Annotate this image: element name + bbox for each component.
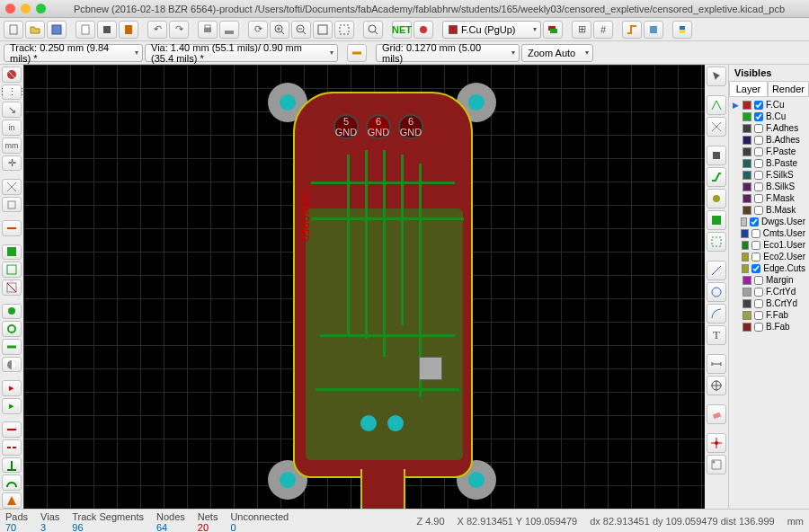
- layer-row[interactable]: B.Cu: [731, 111, 807, 122]
- zoom-fit-button[interactable]: [313, 21, 333, 39]
- auto-delete-track-button[interactable]: [2, 220, 22, 236]
- zone-display-button[interactable]: [2, 244, 22, 261]
- grid-toggle-button[interactable]: ⋮⋮⋮: [2, 84, 22, 101]
- layer-color-swatch[interactable]: [742, 241, 750, 250]
- plot-button[interactable]: [219, 21, 239, 39]
- layer-color-swatch[interactable]: [742, 101, 751, 110]
- layer-color-swatch[interactable]: [742, 299, 751, 308]
- layer-visibility-checkbox[interactable]: [751, 229, 760, 238]
- maximize-icon[interactable]: [36, 4, 46, 13]
- layer-color-swatch[interactable]: [742, 264, 750, 273]
- units-mm-button[interactable]: mm: [2, 137, 22, 154]
- find-button[interactable]: [363, 21, 383, 39]
- layer-visibility-checkbox[interactable]: [754, 159, 763, 168]
- delete-button[interactable]: [707, 404, 726, 424]
- layer-visibility-checkbox[interactable]: [754, 276, 763, 285]
- layer-row[interactable]: F.Mask: [731, 192, 807, 204]
- layer-visibility-checkbox[interactable]: [754, 311, 763, 320]
- layer-visibility-checkbox[interactable]: [754, 101, 763, 110]
- add-via-button[interactable]: [707, 189, 726, 208]
- select-tool-button[interactable]: [707, 66, 726, 86]
- cursor-shape-button[interactable]: ✛: [2, 155, 22, 172]
- layer-color-swatch[interactable]: [742, 112, 751, 121]
- zoom-redraw-button[interactable]: ⟳: [248, 21, 268, 39]
- via-display-button[interactable]: [2, 321, 22, 337]
- layer-visibility-checkbox[interactable]: [754, 171, 763, 180]
- tab-layer[interactable]: Layer: [729, 81, 768, 96]
- layer-visibility-checkbox[interactable]: [750, 217, 759, 226]
- module-editor-button[interactable]: [97, 21, 117, 39]
- scripting-button[interactable]: [672, 21, 692, 39]
- add-zone-button[interactable]: [707, 210, 726, 230]
- track-display-button[interactable]: [2, 339, 22, 355]
- layer-color-swatch[interactable]: [742, 276, 751, 285]
- add-text-button[interactable]: T: [707, 325, 726, 345]
- mw-arc-stub-button[interactable]: [2, 474, 22, 491]
- layer-pair-button[interactable]: [543, 21, 563, 39]
- module-viewer-button[interactable]: [119, 21, 138, 39]
- close-icon[interactable]: [5, 4, 15, 13]
- microwave-arrow-button[interactable]: ▸: [2, 398, 22, 414]
- units-inch-button[interactable]: in: [2, 120, 22, 136]
- layer-row[interactable]: Eco1.User: [731, 239, 807, 251]
- active-layer-selector[interactable]: F.Cu (PgUp): [442, 21, 541, 39]
- set-origin-button[interactable]: [707, 433, 726, 453]
- via-size-selector[interactable]: Via: 1.40 mm (55.1 mils)/ 0.90 mm (35.4 …: [145, 44, 338, 62]
- layers-manager-arrow-button[interactable]: ▸: [2, 380, 22, 396]
- netlist-button[interactable]: NET: [392, 21, 412, 39]
- layer-row[interactable]: B.SilkS: [731, 181, 807, 192]
- layer-color-swatch[interactable]: [742, 136, 751, 145]
- layer-color-swatch[interactable]: [741, 229, 748, 238]
- layer-visibility-checkbox[interactable]: [754, 124, 763, 133]
- undo-button[interactable]: ↶: [147, 21, 167, 39]
- minimize-icon[interactable]: [21, 4, 31, 13]
- pcb-canvas[interactable]: 5GND 6GND 6GND CENSORED: [23, 65, 705, 509]
- layer-row[interactable]: ▶F.Cu: [731, 99, 807, 111]
- mw-gap-button[interactable]: [2, 439, 22, 456]
- layer-visibility-checkbox[interactable]: [754, 136, 763, 145]
- layer-visibility-checkbox[interactable]: [754, 288, 763, 297]
- layer-row[interactable]: F.CrtYd: [731, 286, 807, 297]
- mw-stub-button[interactable]: [2, 457, 22, 474]
- layer-color-swatch[interactable]: [742, 171, 751, 180]
- layer-visibility-checkbox[interactable]: [754, 206, 763, 215]
- add-keepout-button[interactable]: [707, 232, 726, 252]
- mode-footprint-button[interactable]: ⊞: [572, 21, 591, 39]
- mw-line-button[interactable]: [2, 421, 22, 438]
- add-dimension-button[interactable]: [707, 354, 726, 374]
- layer-visibility-checkbox[interactable]: [754, 299, 763, 308]
- mw-poly-button[interactable]: [2, 492, 22, 509]
- grid-selector[interactable]: Grid: 0.1270 mm (5.00 mils): [376, 44, 520, 62]
- layer-row[interactable]: B.Mask: [731, 204, 807, 216]
- layer-row[interactable]: F.SilkS: [731, 169, 807, 181]
- local-ratsnest-button[interactable]: [707, 117, 726, 137]
- add-footprint-button[interactable]: [707, 146, 726, 165]
- layer-row[interactable]: F.Adhes: [731, 122, 807, 134]
- layer-row[interactable]: F.Paste: [731, 146, 807, 157]
- layer-color-swatch[interactable]: [742, 124, 751, 133]
- layer-row[interactable]: F.Fab: [731, 309, 807, 321]
- drc-button[interactable]: [413, 21, 433, 39]
- layer-color-swatch[interactable]: [742, 147, 751, 156]
- layer-color-swatch[interactable]: [742, 206, 751, 215]
- zoom-selection-button[interactable]: [334, 21, 354, 39]
- contrast-mode-button[interactable]: [2, 357, 22, 373]
- layer-visibility-checkbox[interactable]: [754, 112, 763, 121]
- layer-visibility-checkbox[interactable]: [754, 147, 763, 156]
- polar-toggle-button[interactable]: ↘: [2, 102, 22, 118]
- layer-visibility-checkbox[interactable]: [751, 253, 760, 262]
- layer-color-swatch[interactable]: [742, 159, 751, 168]
- open-button[interactable]: [25, 21, 45, 39]
- layer-color-swatch[interactable]: [742, 311, 751, 320]
- zone-outline-button[interactable]: [2, 262, 22, 278]
- drc-off-button[interactable]: [2, 66, 22, 83]
- add-arc-button[interactable]: [707, 304, 726, 324]
- autoroute-button[interactable]: [622, 21, 642, 39]
- zone-disable-button[interactable]: [2, 279, 22, 296]
- auto-track-width-button[interactable]: [347, 44, 367, 62]
- add-circle-button[interactable]: [707, 282, 726, 302]
- zoom-in-button[interactable]: [270, 21, 289, 39]
- layer-visibility-checkbox[interactable]: [751, 264, 760, 273]
- layer-row[interactable]: Dwgs.User: [731, 216, 807, 227]
- layer-color-swatch[interactable]: [742, 253, 750, 262]
